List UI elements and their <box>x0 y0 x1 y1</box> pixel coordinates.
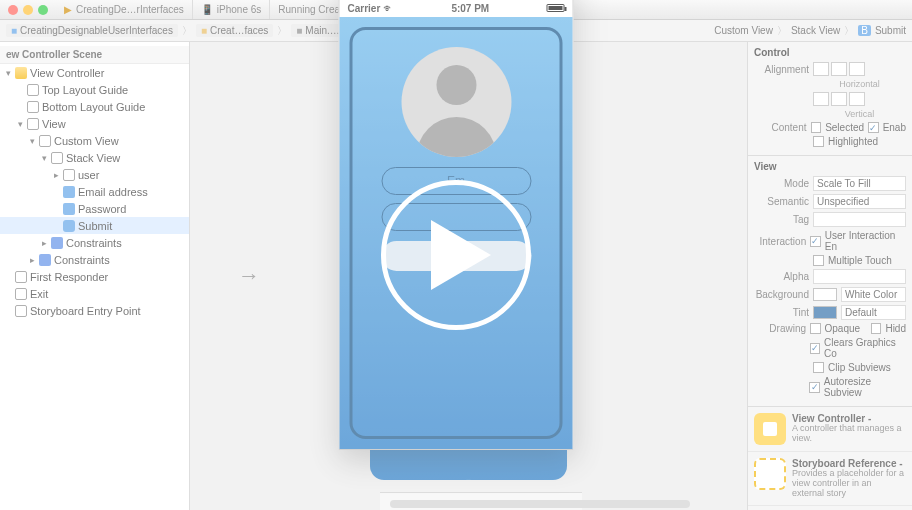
avatar-image <box>401 47 511 157</box>
background-swatch[interactable] <box>813 288 837 301</box>
outline-row[interactable]: Password <box>0 200 189 217</box>
outline-row[interactable]: Storyboard Entry Point <box>0 302 189 319</box>
mode-select[interactable]: Scale To Fill <box>813 176 906 191</box>
outline-row[interactable]: Exit <box>0 285 189 302</box>
status-time: 5:07 PM <box>451 3 489 14</box>
semantic-select[interactable]: Unspecified <box>813 194 906 209</box>
alpha-field[interactable] <box>813 269 906 284</box>
storyboard-reference-icon <box>754 458 786 490</box>
control-section-header: Control <box>754 47 906 58</box>
enabled-checkbox[interactable] <box>868 122 879 133</box>
simulator-status-bar: Carrier ᯤ 5:07 PM <box>340 0 573 17</box>
outline-row[interactable]: ▾View Controller <box>0 64 189 81</box>
wifi-icon: ᯤ <box>383 2 394 14</box>
library-item-navigation-controller[interactable]: ‹ Navigation Controller - A controller t… <box>748 506 912 510</box>
canvas-scrollbar[interactable] <box>390 500 690 508</box>
outline-row[interactable]: ▾Custom View <box>0 132 189 149</box>
user-interaction-checkbox[interactable] <box>810 236 821 247</box>
alignment-horizontal[interactable] <box>813 62 865 76</box>
multiple-touch-checkbox[interactable] <box>813 255 824 266</box>
outline-row[interactable]: Submit <box>0 217 189 234</box>
selected-checkbox[interactable] <box>811 122 822 133</box>
play-button[interactable] <box>381 180 531 330</box>
outline-row[interactable]: ▾View <box>0 115 189 132</box>
outline-row[interactable]: ▸Constraints <box>0 251 189 268</box>
outline-row[interactable]: ▸Constraints <box>0 234 189 251</box>
outline-row[interactable]: First Responder <box>0 268 189 285</box>
view-controller-icon <box>754 413 786 445</box>
tint-swatch[interactable] <box>813 306 837 319</box>
window-traffic-lights[interactable] <box>0 5 56 15</box>
outline-row[interactable]: Email address <box>0 183 189 200</box>
document-outline[interactable]: ew Controller Scene ▾View ControllerTop … <box>0 42 190 510</box>
library-item-storyboard-reference[interactable]: Storyboard Reference - Provides a placeh… <box>748 452 912 506</box>
entry-point-arrow: → <box>238 263 260 289</box>
opaque-checkbox[interactable] <box>810 323 821 334</box>
outline-row[interactable]: Top Layout Guide <box>0 81 189 98</box>
hidden-checkbox[interactable] <box>871 323 882 334</box>
view-section-header: View <box>754 161 906 172</box>
outline-header: ew Controller Scene <box>0 46 189 64</box>
alignment-vertical[interactable] <box>813 92 865 106</box>
outline-row[interactable]: Bottom Layout Guide <box>0 98 189 115</box>
clip-subviews-checkbox[interactable] <box>813 362 824 373</box>
inspector-panel: Control Alignment Horizontal Vertical Co… <box>747 42 912 510</box>
tag-field[interactable] <box>813 212 906 227</box>
outline-row[interactable]: ▸user <box>0 166 189 183</box>
outline-row[interactable]: ▾Stack View <box>0 149 189 166</box>
destination-selector[interactable]: 📱 iPhone 6s <box>193 0 270 19</box>
play-icon <box>431 220 491 290</box>
clears-graphics-checkbox[interactable] <box>810 343 820 354</box>
library-item-view-controller[interactable]: View Controller - A controller that mana… <box>748 407 912 452</box>
svg-marker-0 <box>431 220 491 290</box>
scheme-selector[interactable]: ▶ CreatingDe…rInterfaces <box>56 0 193 19</box>
autoresize-checkbox[interactable] <box>809 382 819 393</box>
highlighted-checkbox[interactable] <box>813 136 824 147</box>
object-library[interactable]: View Controller - A controller that mana… <box>748 407 912 510</box>
battery-icon <box>546 4 564 12</box>
